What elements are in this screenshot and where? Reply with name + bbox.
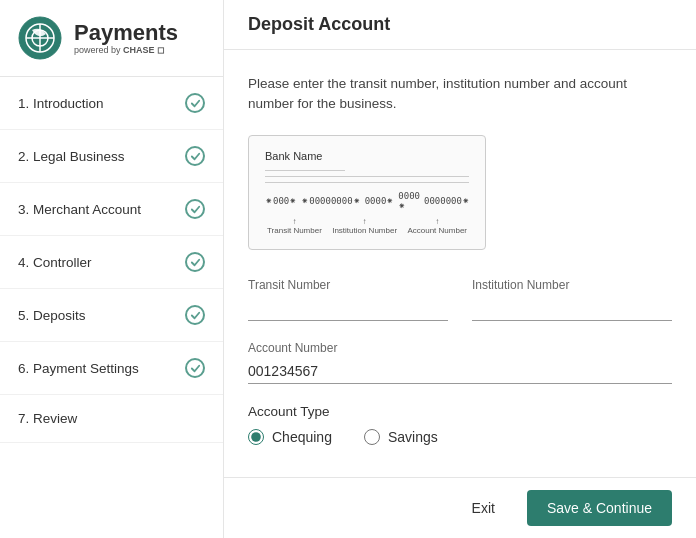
powered-by: powered by CHASE ◻ (74, 45, 178, 55)
check-num-space3: 0000 ⁕ (398, 191, 420, 211)
check-icon-merchant-account (185, 199, 205, 219)
powered-by-text: powered by CHASE ◻ (74, 45, 164, 55)
institution-label: Institution Number (332, 226, 397, 235)
check-num-transit: ⁕000⁕ (265, 196, 297, 206)
sidebar-logo-text: Payments powered by CHASE ◻ (74, 21, 178, 55)
transit-number-label: Transit Number (248, 278, 448, 292)
transit-label: Transit Number (267, 226, 322, 235)
account-type-label: Account Type (248, 404, 672, 419)
nav-label-deposits: 5. Deposits (18, 308, 86, 323)
bank-name-label: Bank Name (265, 150, 469, 162)
check-line-long-2 (265, 182, 469, 183)
nav-label-legal-business: 2. Legal Business (18, 149, 125, 164)
check-icon-payment-settings (185, 358, 205, 378)
footer: Exit Save & Continue (224, 477, 696, 538)
account-type-radio-group: Chequing Savings (248, 429, 672, 445)
sidebar-header: Payments powered by CHASE ◻ (0, 0, 223, 77)
save-continue-button[interactable]: Save & Continue (527, 490, 672, 526)
check-line-short (265, 170, 345, 171)
sidebar-item-deposits[interactable]: 5. Deposits (0, 289, 223, 342)
nav-label-merchant-account: 3. Merchant Account (18, 202, 141, 217)
account-number-input[interactable] (248, 359, 672, 384)
check-line-long-1 (265, 176, 469, 177)
institution-arrow: ↑ (363, 217, 367, 226)
check-diagram: Bank Name ⁕000⁕ ⁕00000000⁕ 0000⁕ 0000 ⁕ … (248, 135, 486, 250)
check-num-space1: ⁕00000000⁕ (301, 196, 360, 206)
account-number-label: Account Number (248, 341, 672, 355)
sidebar-item-review[interactable]: 7. Review (0, 395, 223, 443)
page-title: Deposit Account (248, 14, 672, 35)
content-header: Deposit Account (224, 0, 696, 50)
radio-chequing[interactable] (248, 429, 264, 445)
check-lines (265, 170, 469, 183)
sidebar-item-payment-settings[interactable]: 6. Payment Settings (0, 342, 223, 395)
sidebar-nav: 1. Introduction 2. Legal Business 3. Mer… (0, 77, 223, 538)
account-label-group: ↑ Account Number (407, 217, 467, 235)
exit-button[interactable]: Exit (456, 492, 511, 524)
nav-label-controller: 4. Controller (18, 255, 92, 270)
sidebar-item-introduction[interactable]: 1. Introduction (0, 77, 223, 130)
check-num-space4: 0000000⁕ (424, 196, 470, 206)
sidebar-item-legal-business[interactable]: 2. Legal Business (0, 130, 223, 183)
radio-savings[interactable] (364, 429, 380, 445)
transit-label-group: ↑ Transit Number (267, 217, 322, 235)
radio-label-chequing: Chequing (272, 429, 332, 445)
radio-item-savings[interactable]: Savings (364, 429, 438, 445)
institution-label-group: ↑ Institution Number (332, 217, 397, 235)
check-numbers-row: ⁕000⁕ ⁕00000000⁕ 0000⁕ 0000 ⁕ 0000000⁕ (265, 191, 469, 211)
nav-label-payment-settings: 6. Payment Settings (18, 361, 139, 376)
check-icon-deposits (185, 305, 205, 325)
sidebar-item-controller[interactable]: 4. Controller (0, 236, 223, 289)
radio-item-chequing[interactable]: Chequing (248, 429, 332, 445)
account-type-section: Account Type Chequing Savings (248, 404, 672, 445)
main-content: Deposit Account Please enter the transit… (224, 0, 696, 538)
transit-number-field: Transit Number (248, 278, 448, 321)
check-icon-controller (185, 252, 205, 272)
transit-institution-row: Transit Number Institution Number (248, 278, 672, 321)
sidebar-item-merchant-account[interactable]: 3. Merchant Account (0, 183, 223, 236)
check-num-space2: 0000⁕ (365, 196, 395, 206)
radio-label-savings: Savings (388, 429, 438, 445)
account-label: Account Number (407, 226, 467, 235)
description-text: Please enter the transit number, institu… (248, 74, 672, 115)
check-icon-legal-business (185, 146, 205, 166)
account-arrow: ↑ (435, 217, 439, 226)
content-body: Please enter the transit number, institu… (224, 50, 696, 477)
transit-arrow: ↑ (292, 217, 296, 226)
check-labels: ↑ Transit Number ↑ Institution Number ↑ … (265, 217, 469, 235)
nav-label-review: 7. Review (18, 411, 77, 426)
transit-number-input[interactable] (248, 296, 448, 321)
institution-number-input[interactable] (472, 296, 672, 321)
institution-number-field: Institution Number (472, 278, 672, 321)
payments-logo-icon (18, 16, 62, 60)
account-number-field: Account Number (248, 341, 672, 384)
nav-label-introduction: 1. Introduction (18, 96, 104, 111)
check-icon-introduction (185, 93, 205, 113)
sidebar: Payments powered by CHASE ◻ 1. Introduct… (0, 0, 224, 538)
app-title: Payments (74, 21, 178, 45)
institution-number-label: Institution Number (472, 278, 672, 292)
